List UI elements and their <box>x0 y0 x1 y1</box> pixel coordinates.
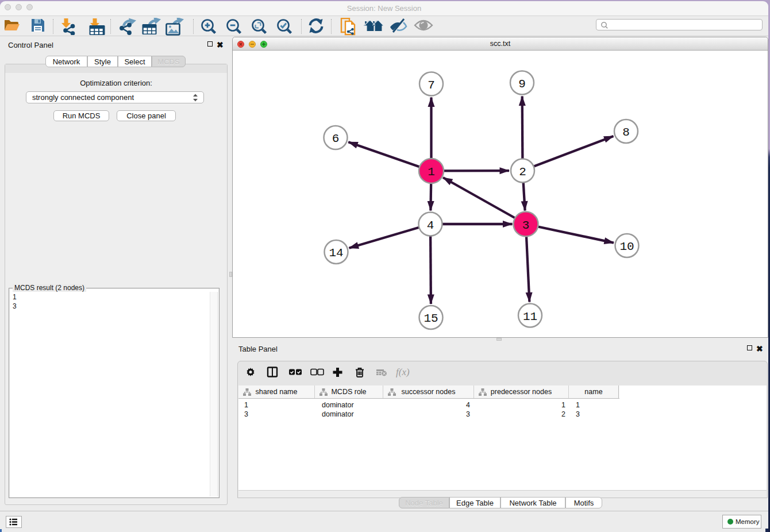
svg-text:15: 15 <box>424 312 438 325</box>
svg-text:8: 8 <box>622 126 630 139</box>
svg-text:11: 11 <box>523 310 537 323</box>
svg-text:2: 2 <box>519 165 526 179</box>
svg-text:7: 7 <box>428 79 435 92</box>
svg-text:10: 10 <box>619 240 634 253</box>
svg-text:3: 3 <box>522 219 530 232</box>
svg-text:f(x): f(x) <box>396 367 410 377</box>
svg-text:4: 4 <box>427 219 434 232</box>
svg-text:14: 14 <box>329 246 343 260</box>
svg-text:6: 6 <box>332 132 340 145</box>
svg-text:1: 1 <box>428 165 435 179</box>
svg-text:9: 9 <box>518 78 526 91</box>
